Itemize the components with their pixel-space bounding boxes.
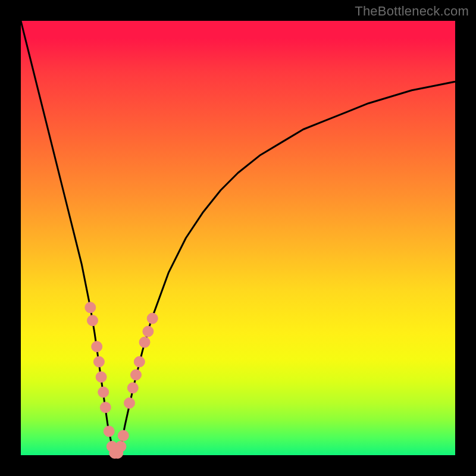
curve-marker: [104, 426, 114, 437]
curve-marker: [143, 326, 154, 337]
curve-marker: [131, 369, 142, 380]
curve-marker: [85, 302, 96, 313]
curve-marker: [98, 387, 109, 397]
curve-marker: [124, 397, 135, 408]
watermark-text: TheBottleneck.com: [355, 4, 469, 19]
curve-marker: [139, 337, 150, 347]
curve-marker: [134, 356, 145, 367]
chart-svg: [21, 21, 455, 455]
curve-marker: [96, 372, 107, 383]
curve-marker: [93, 356, 104, 367]
curve-marker: [100, 402, 111, 413]
curve-marker: [92, 342, 102, 352]
curve-marker: [87, 315, 98, 326]
curve-markers: [85, 302, 158, 459]
chart-plot-area: [21, 21, 455, 455]
curve-marker: [118, 430, 129, 441]
bottleneck-curve: [21, 21, 455, 455]
curve-marker: [127, 383, 138, 393]
curve-marker: [147, 313, 158, 324]
curve-marker: [115, 441, 126, 452]
chart-frame: TheBottleneck.com: [0, 0, 476, 476]
